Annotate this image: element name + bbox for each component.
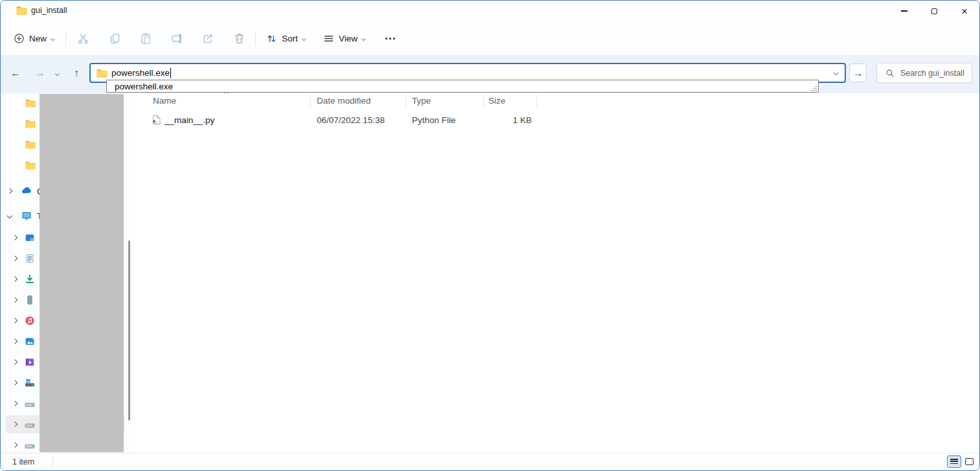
back-arrow-icon: ←: [10, 67, 21, 79]
titlebar: gui_install ×: [1, 1, 979, 21]
file-type: Python File: [412, 115, 456, 125]
new-button[interactable]: New: [10, 28, 58, 49]
search-box[interactable]: [876, 63, 972, 83]
view-button-label: View: [339, 34, 358, 43]
videos-icon: [25, 357, 35, 367]
new-button-label: New: [29, 34, 47, 43]
go-arrow-icon: →: [853, 67, 863, 78]
maximize-icon: [931, 8, 937, 14]
view-lines-icon: [323, 33, 334, 44]
details-view-toggle[interactable]: [947, 455, 961, 468]
file-date-modified: 06/07/2022 15:38: [317, 115, 385, 125]
column-divider[interactable]: [310, 95, 311, 108]
pictures-icon: [25, 336, 35, 347]
paste-icon: [140, 32, 152, 45]
music-icon: [25, 316, 35, 326]
minimize-icon: [901, 10, 907, 11]
text-caret: [170, 68, 171, 78]
folder-icon: [97, 69, 108, 78]
column-divider[interactable]: [405, 95, 406, 108]
drive-icon: [25, 440, 35, 450]
close-button[interactable]: ×: [950, 1, 979, 21]
redacted-labels-overlay: [40, 94, 124, 452]
resize-grip-icon[interactable]: [810, 85, 817, 92]
chevron-right-icon[interactable]: [12, 442, 17, 448]
recent-locations-button[interactable]: [50, 64, 64, 82]
sort-arrows-icon: [266, 33, 277, 44]
address-autocomplete-dropdown: powershell.exe: [106, 80, 819, 93]
forward-arrow-icon: →: [35, 67, 45, 79]
ellipsis-icon: [385, 38, 395, 40]
chevron-down-icon: [302, 36, 306, 40]
cut-icon: [77, 32, 89, 45]
more-options-button[interactable]: [382, 28, 399, 49]
trash-icon: [233, 32, 245, 45]
column-header-name[interactable]: Name: [153, 95, 176, 108]
desktop-icon: [25, 233, 35, 243]
mobile-device-icon: [25, 295, 35, 305]
chevron-right-icon[interactable]: [12, 422, 17, 427]
address-dropdown-chevron-icon[interactable]: [833, 70, 838, 75]
downloads-icon: [25, 274, 35, 284]
share-icon: [202, 32, 214, 45]
chevron-right-icon[interactable]: [12, 277, 17, 282]
chevron-right-icon[interactable]: [7, 189, 12, 194]
chevron-right-icon[interactable]: [12, 297, 17, 303]
go-to-address-button[interactable]: →: [849, 63, 867, 82]
this-pc-icon: [21, 211, 32, 221]
column-divider[interactable]: [536, 95, 537, 108]
sort-button-label: Sort: [282, 34, 298, 43]
close-icon: ×: [961, 6, 968, 17]
sort-button[interactable]: Sort: [262, 28, 309, 49]
chevron-down-icon[interactable]: [7, 213, 12, 218]
delete-button[interactable]: [231, 29, 247, 48]
window-title: gui_install: [31, 6, 67, 15]
column-header-type[interactable]: Type: [412, 95, 431, 108]
copy-button[interactable]: [106, 29, 123, 48]
maximize-button[interactable]: [919, 1, 949, 21]
copy-icon: [109, 32, 121, 45]
drive-icon: [25, 398, 35, 409]
chevron-down-icon: [51, 36, 54, 40]
forward-button[interactable]: →: [30, 64, 50, 82]
chevron-right-icon[interactable]: [12, 401, 17, 406]
search-input[interactable]: [900, 69, 972, 78]
toolbar-divider: [255, 30, 256, 46]
column-header-size[interactable]: Size: [488, 95, 505, 108]
up-button[interactable]: ↑: [67, 64, 86, 82]
share-button[interactable]: [199, 29, 216, 48]
toolbar-divider: [65, 30, 66, 46]
chevron-down-icon: [361, 36, 365, 40]
large-icons-view-toggle[interactable]: [963, 455, 975, 468]
chevron-right-icon[interactable]: [12, 235, 17, 240]
paste-button[interactable]: [137, 29, 154, 48]
autocomplete-suggestion[interactable]: powershell.exe: [115, 81, 173, 92]
documents-icon: [25, 253, 35, 264]
view-button[interactable]: View: [319, 28, 369, 49]
up-arrow-icon: ↑: [74, 67, 79, 79]
sidebar-scrollbar[interactable]: [128, 240, 130, 420]
column-header-modified[interactable]: Date modified: [317, 95, 370, 108]
back-button[interactable]: ←: [6, 64, 25, 82]
search-icon: [885, 69, 895, 78]
status-bar: 1 item: [1, 453, 979, 470]
chevron-right-icon[interactable]: [12, 380, 17, 385]
python-file-icon: [151, 115, 161, 125]
chevron-right-icon[interactable]: [12, 339, 17, 344]
minimize-button[interactable]: [889, 1, 919, 21]
onedrive-cloud-icon: [21, 186, 32, 196]
chevron-right-icon[interactable]: [12, 360, 17, 365]
chevron-right-icon[interactable]: [12, 256, 17, 261]
file-size: 1 KB: [483, 115, 532, 125]
chevron-right-icon[interactable]: [12, 318, 17, 323]
cut-button[interactable]: [74, 29, 91, 48]
column-divider[interactable]: [483, 95, 484, 108]
status-divider: [52, 457, 53, 466]
rename-button[interactable]: [168, 29, 185, 48]
item-count: 1 item: [12, 457, 34, 466]
folder-icon: [25, 119, 36, 128]
file-list-pane: [135, 93, 979, 453]
file-name: __main__.py: [165, 115, 214, 125]
folder-icon: [16, 6, 27, 15]
drive-icon: [25, 419, 35, 430]
